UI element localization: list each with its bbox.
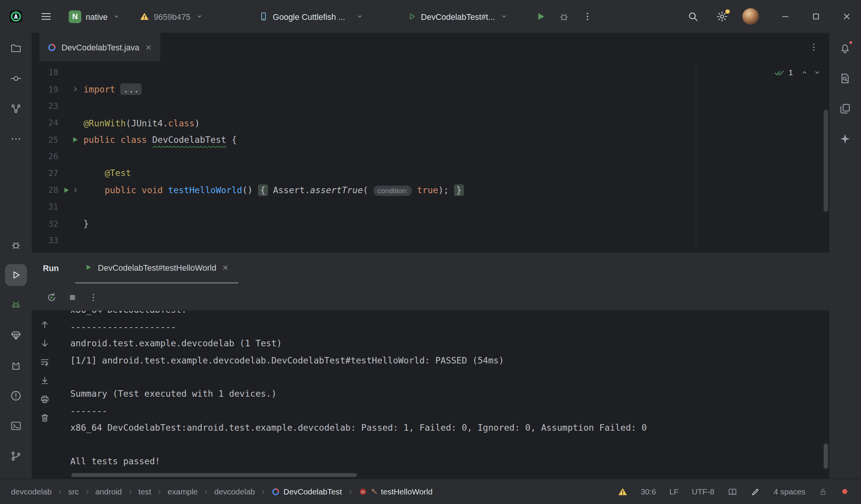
soft-wrap-button[interactable]: [39, 357, 50, 367]
highlighting-pen-icon[interactable]: [751, 487, 761, 497]
line-number: 31: [32, 202, 58, 212]
inspection-report-button[interactable]: [834, 68, 856, 90]
close-icon[interactable]: [144, 43, 153, 52]
code-area[interactable]: 1819import ...2324@RunWith(JUnit4.class)…: [32, 61, 829, 249]
main-menu-button[interactable]: [40, 10, 53, 23]
debug-tool-button[interactable]: [5, 234, 27, 256]
device-name: Google Cuttlefish ...: [273, 12, 345, 21]
code-line[interactable]: 33: [32, 232, 829, 249]
structure-tool-button[interactable]: [5, 98, 27, 120]
notifications-button[interactable]: [834, 37, 856, 60]
code-line[interactable]: 18: [32, 64, 829, 81]
inspection-widget[interactable]: 1: [774, 67, 822, 78]
junit-class-icon: [271, 487, 280, 496]
breadcrumb-item[interactable]: mtestHelloWorld: [358, 487, 432, 496]
search-icon[interactable]: [687, 10, 699, 23]
breadcrumb-item[interactable]: example: [168, 487, 198, 496]
run-button[interactable]: [535, 10, 547, 23]
tab-options-kebab-icon[interactable]: [808, 42, 819, 53]
code-line[interactable]: 25public class DevCodelabTest {: [32, 131, 829, 148]
code-line[interactable]: 24@RunWith(JUnit4.class): [32, 115, 829, 131]
code-line[interactable]: 19import ...: [32, 81, 829, 98]
more-tool-windows-button[interactable]: [5, 128, 27, 150]
app-quality-insights-tool-button[interactable]: [5, 325, 27, 347]
console[interactable]: x86_64 DevCodelabTest:------------------…: [32, 310, 829, 479]
stop-button[interactable]: [67, 292, 78, 303]
more-actions-kebab-icon[interactable]: [582, 11, 593, 22]
scroll-to-end-button[interactable]: [39, 375, 50, 386]
breadcrumb-item[interactable]: android: [95, 487, 122, 496]
code-line[interactable]: 32}: [32, 215, 829, 232]
breadcrumb-item[interactable]: test: [138, 487, 151, 496]
terminal-tool-button[interactable]: [5, 415, 27, 437]
debug-button[interactable]: [558, 10, 570, 23]
gemini-ai-button[interactable]: [834, 128, 856, 150]
run-tab[interactable]: DevCodelabTest#testHelloWorld: [75, 252, 238, 284]
project-selector[interactable]: N native: [69, 10, 121, 23]
run-gutter-icon[interactable]: [71, 136, 79, 144]
structure-icon: [10, 103, 22, 115]
breadcrumb-item[interactable]: devcodelab: [214, 487, 255, 496]
code-line[interactable]: 27 @Test: [32, 165, 829, 182]
minimize-button[interactable]: [780, 11, 791, 22]
console-options-kebab-icon[interactable]: [88, 292, 99, 303]
chevron-down-icon[interactable]: [813, 68, 822, 77]
code-line[interactable]: 23: [32, 98, 829, 115]
scroll-down-button[interactable]: [39, 338, 50, 349]
android-test-tool-button[interactable]: [5, 355, 27, 377]
android-studio-window: N native 9659b475 Google Cuttlefish ... …: [0, 0, 861, 504]
vcs-widget[interactable]: 9659b475: [139, 11, 204, 21]
fold-arrow-icon[interactable]: [72, 187, 79, 194]
tab-devcodelabtest-java[interactable]: DevCodelabTest.java: [40, 33, 160, 61]
console-text[interactable]: x86_64 DevCodelabTest:------------------…: [57, 311, 829, 479]
device-manager-button[interactable]: [834, 98, 856, 120]
rerun-button[interactable]: [46, 292, 57, 303]
code-line[interactable]: 26: [32, 148, 829, 165]
line-number: 27: [32, 168, 58, 178]
console-horizontal-scrollbar[interactable]: [71, 473, 357, 477]
run-gutter-icon[interactable]: [62, 186, 70, 194]
indent-config[interactable]: 4 spaces: [774, 487, 805, 496]
error-indicator[interactable]: [841, 488, 849, 496]
print-button[interactable]: [39, 394, 50, 404]
chevron-up-icon[interactable]: [800, 68, 809, 77]
tests-passed-icon: [774, 67, 785, 78]
breadcrumb-item[interactable]: devcodelab: [11, 487, 52, 496]
gutter-icons: [58, 136, 83, 144]
method-icon: m: [358, 487, 367, 496]
maximize-button[interactable]: [811, 11, 822, 22]
console-vertical-scrollbar[interactable]: [824, 444, 828, 469]
console-line: Summary (Test executed with 1 devices.): [70, 386, 829, 403]
file-encoding[interactable]: UTF-8: [692, 487, 714, 496]
settings-button[interactable]: [716, 10, 728, 23]
caret-position[interactable]: 30:6: [641, 487, 656, 496]
device-selector[interactable]: Google Cuttlefish ...: [259, 11, 364, 21]
line-separator[interactable]: LF: [669, 487, 678, 496]
close-icon[interactable]: [221, 263, 230, 271]
logcat-tool-button[interactable]: [5, 294, 27, 317]
code-line[interactable]: 31: [32, 199, 829, 215]
line-number: 25: [32, 135, 58, 145]
commit-tool-button[interactable]: [5, 68, 27, 90]
breadcrumb-item[interactable]: DevCodelabTest: [271, 487, 342, 496]
line-number: 24: [32, 118, 58, 128]
version-control-tool-button[interactable]: [5, 445, 27, 467]
clear-console-button[interactable]: [39, 413, 50, 423]
code-line[interactable]: 28 public void testHelloWorld() { Assert…: [32, 182, 829, 199]
breadcrumb-item[interactable]: src: [68, 487, 79, 496]
editor-scrollbar[interactable]: [824, 110, 828, 212]
project-tool-button[interactable]: [5, 37, 27, 60]
editor[interactable]: 1819import ...2324@RunWith(JUnit4.class)…: [32, 61, 829, 252]
warning-icon[interactable]: [618, 487, 628, 497]
reader-mode-icon[interactable]: [728, 487, 738, 497]
run-tool-button[interactable]: [5, 264, 27, 286]
user-avatar[interactable]: [743, 8, 759, 25]
problems-tool-button[interactable]: [5, 385, 27, 407]
scroll-up-button[interactable]: [39, 320, 50, 330]
logcat-cat-icon: [10, 360, 22, 372]
run-configuration-selector[interactable]: DevCodelabTest#t...: [406, 11, 508, 21]
unlock-icon[interactable]: [819, 487, 827, 496]
close-button[interactable]: [841, 11, 852, 22]
fold-arrow-icon[interactable]: [72, 86, 79, 93]
run-panel-header: Run DevCodelabTest#testHelloWorld: [32, 252, 829, 284]
